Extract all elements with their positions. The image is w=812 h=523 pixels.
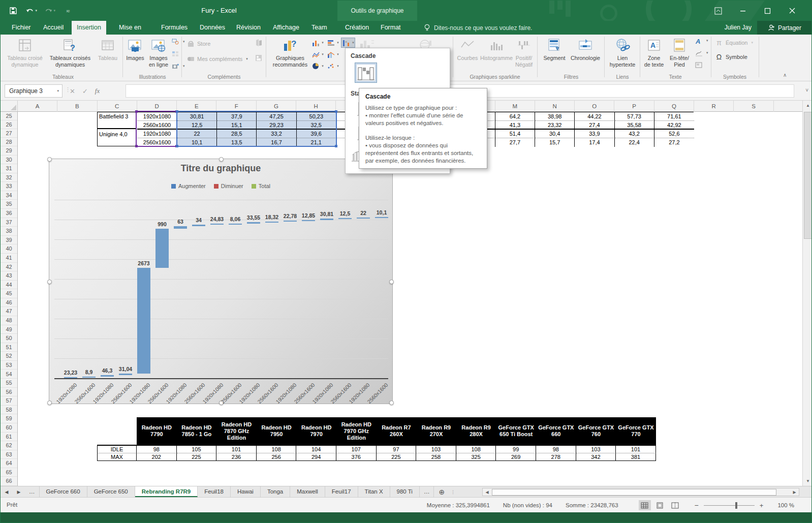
chart-object[interactable]: Titre du graphique AugmenterDiminuerTota… xyxy=(49,159,393,404)
screenshot-button[interactable]: +▾ xyxy=(171,62,185,70)
waterfall-bar[interactable] xyxy=(137,268,150,374)
pie-chart-button[interactable]: ▾ xyxy=(310,61,325,71)
vertical-scrollbar[interactable]: ▲ ▼ xyxy=(802,101,812,486)
scroll-up-arrow[interactable]: ▲ xyxy=(803,101,812,110)
tab-team[interactable]: Team xyxy=(306,21,331,35)
horizontal-scrollbar[interactable]: ◀ ▶ xyxy=(482,488,799,496)
value-cell[interactable]: 12,5 xyxy=(177,121,217,130)
row-header-34[interactable]: 34 xyxy=(1,191,17,200)
column-header-B[interactable]: B xyxy=(57,101,97,112)
sheet-nav-left-icon[interactable]: ◀ xyxy=(1,486,13,497)
value-cell[interactable]: 10,1 xyxy=(177,138,217,147)
sheet-tab-feuil18[interactable]: Feuil18 xyxy=(198,486,231,497)
column-header-E[interactable]: E xyxy=(177,101,216,112)
sheet-tab-feuil17[interactable]: Feuil17 xyxy=(325,486,358,497)
value-cell[interactable]: 30,4 xyxy=(535,130,575,138)
sheet-overflow-right[interactable]: … xyxy=(420,486,434,497)
recommended-charts-button[interactable]: ? Graphiques recommandés xyxy=(272,36,308,68)
row-header-50[interactable]: 50 xyxy=(1,334,17,343)
equation-button[interactable]: π Équation▾ xyxy=(715,39,753,47)
waterfall-bar[interactable] xyxy=(192,225,205,226)
wordart-button[interactable]: A▾ xyxy=(695,37,708,45)
row-header-43[interactable]: 43 xyxy=(1,271,17,281)
waterfall-bar[interactable] xyxy=(155,229,169,268)
value-cell[interactable]: 13,5 xyxy=(217,138,257,147)
row-header-52[interactable]: 52 xyxy=(1,352,17,361)
row-header-42[interactable]: 42 xyxy=(1,263,17,272)
value-cell[interactable]: 42,92 xyxy=(654,121,694,130)
sheet-tab-geforce-660[interactable]: GeForce 660 xyxy=(40,486,87,497)
value-cell[interactable]: 41,3 xyxy=(495,121,535,130)
column-header-N[interactable]: N xyxy=(535,101,575,112)
waterfall-bar[interactable] xyxy=(64,377,77,378)
minimize-button[interactable] xyxy=(732,1,754,21)
insert-function-button[interactable]: fx xyxy=(95,87,100,95)
page-layout-view-button[interactable] xyxy=(654,500,666,510)
legend-item[interactable]: Diminuer xyxy=(214,183,243,189)
vertical-scroll-thumb[interactable] xyxy=(804,112,812,239)
chart-selection-handle[interactable] xyxy=(47,157,52,162)
store-button[interactable]: Store xyxy=(186,40,210,48)
row-header-53[interactable]: 53 xyxy=(1,361,17,370)
row-header-46[interactable]: 46 xyxy=(1,298,17,307)
recommended-pivot-button[interactable]: ? Tableaux croisés dynamiques xyxy=(46,36,94,68)
row-header-33[interactable]: 33 xyxy=(1,182,17,191)
normal-view-button[interactable] xyxy=(639,500,651,510)
waterfall-bar[interactable] xyxy=(265,222,278,223)
zoom-level[interactable]: 100 % xyxy=(777,502,794,508)
chart-title[interactable]: Titre du graphique xyxy=(49,163,392,174)
row-header-58[interactable]: 58 xyxy=(1,406,17,415)
chart-legend[interactable]: AugmenterDiminuerTotal xyxy=(49,183,392,189)
row-header-29[interactable]: 29 xyxy=(1,146,17,156)
value-cell[interactable]: 15,1 xyxy=(217,121,257,130)
row-header-36[interactable]: 36 xyxy=(1,209,17,218)
column-header-D[interactable]: D xyxy=(137,101,177,112)
textbox-button[interactable]: A Zone de texte xyxy=(642,36,666,68)
online-images-button[interactable]: Images en ligne xyxy=(147,36,170,68)
waterfall-bar[interactable] xyxy=(338,218,352,219)
game-cell[interactable]: Battlefield 3 xyxy=(98,112,137,129)
tab-format[interactable]: Format xyxy=(376,21,404,35)
row-header-65[interactable]: 65 xyxy=(1,468,17,477)
row-header-26[interactable]: 26 xyxy=(1,120,17,129)
combo-chart-button[interactable]: ▾ xyxy=(326,49,340,59)
smartart-button[interactable] xyxy=(171,50,179,58)
row-header-55[interactable]: 55 xyxy=(1,379,17,388)
value-cell[interactable]: 43,2 xyxy=(615,130,654,138)
tab-revision[interactable]: Révision xyxy=(231,21,263,35)
legend-item[interactable]: Total xyxy=(252,183,270,189)
row-header-66[interactable]: 66 xyxy=(1,477,17,486)
value-cell[interactable]: 27,4 xyxy=(575,121,614,130)
value-cell[interactable]: 44,22 xyxy=(575,112,614,121)
value-cell[interactable]: 23,32 xyxy=(535,121,575,130)
column-header-G[interactable]: G xyxy=(257,101,296,112)
row-header-64[interactable]: 64 xyxy=(1,459,17,468)
row-header-51[interactable]: 51 xyxy=(1,343,17,352)
value-cell[interactable]: 71,61 xyxy=(654,112,694,121)
select-all-corner[interactable] xyxy=(1,101,18,112)
resolution-cell[interactable]: 2560x1600 xyxy=(137,138,177,147)
shapes-button[interactable]: ▾ xyxy=(171,38,185,46)
row-header-54[interactable]: 54 xyxy=(1,370,17,379)
sparkline-line-button[interactable]: Courbes xyxy=(454,36,481,61)
value-cell[interactable]: 28,5 xyxy=(217,130,257,138)
value-cell[interactable]: 30,81 xyxy=(177,112,217,121)
waterfall-bar[interactable] xyxy=(357,218,370,219)
waterfall-bar[interactable] xyxy=(375,217,388,218)
column-header-O[interactable]: O xyxy=(575,101,614,112)
value-cell[interactable]: 33,2 xyxy=(257,130,296,138)
value-cell[interactable]: 27,2 xyxy=(654,138,694,147)
row-header-49[interactable]: 49 xyxy=(1,325,17,334)
row-header-32[interactable]: 32 xyxy=(1,173,17,182)
sheet-tab-maxwell[interactable]: Maxwell xyxy=(290,486,325,497)
expand-formula-bar-icon[interactable]: ˅ xyxy=(805,87,808,93)
row-header-61[interactable]: 61 xyxy=(1,433,17,442)
column-header-A[interactable]: A xyxy=(18,101,57,112)
my-addins-button[interactable]: Mes compléments ▾ xyxy=(186,55,248,63)
row-header-57[interactable]: 57 xyxy=(1,396,17,406)
pivot-table-button[interactable]: Tableau croisé dynamique xyxy=(6,36,44,68)
scroll-down-arrow[interactable]: ▼ xyxy=(803,476,812,485)
resolution-cell[interactable]: 1920x1080 xyxy=(137,112,177,121)
zoom-out-button[interactable]: − xyxy=(695,501,699,509)
sheet-tab-hawai[interactable]: Hawai xyxy=(231,486,261,497)
